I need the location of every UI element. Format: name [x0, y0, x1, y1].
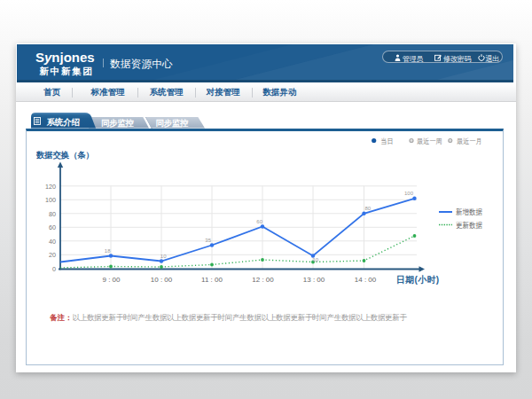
svg-text:60: 60	[49, 223, 56, 231]
svg-text:更新数据: 更新数据	[456, 221, 482, 230]
svg-text:最近一月: 最近一月	[457, 137, 482, 145]
svg-text:11 : 00: 11 : 00	[201, 276, 223, 284]
svg-text:9 : 00: 9 : 00	[102, 276, 121, 284]
svg-text:100: 100	[404, 191, 414, 196]
svg-text:0: 0	[52, 265, 56, 273]
svg-text:100: 100	[45, 196, 56, 204]
svg-text:120: 120	[45, 183, 56, 191]
svg-text:10: 10	[313, 257, 319, 262]
svg-text:35: 35	[205, 238, 211, 243]
svg-text:14 : 00: 14 : 00	[355, 276, 377, 284]
svg-text:最近一周: 最近一周	[417, 137, 442, 145]
svg-text:数据交换（条）: 数据交换（条）	[35, 150, 94, 160]
svg-text:18: 18	[105, 248, 111, 254]
svg-text:12 : 00: 12 : 00	[252, 276, 274, 284]
svg-text:80: 80	[49, 210, 56, 218]
svg-text:13 : 00: 13 : 00	[303, 276, 325, 284]
svg-text:80: 80	[365, 206, 372, 211]
svg-text:40: 40	[49, 238, 56, 246]
svg-text:20: 20	[49, 251, 56, 259]
svg-text:60: 60	[256, 219, 262, 224]
svg-text:10: 10	[160, 254, 167, 259]
svg-text:当日: 当日	[381, 137, 394, 145]
svg-text:新增数据: 新增数据	[456, 207, 482, 216]
svg-text:日期(小时): 日期(小时)	[396, 275, 439, 285]
svg-text:10 : 00: 10 : 00	[151, 276, 173, 284]
